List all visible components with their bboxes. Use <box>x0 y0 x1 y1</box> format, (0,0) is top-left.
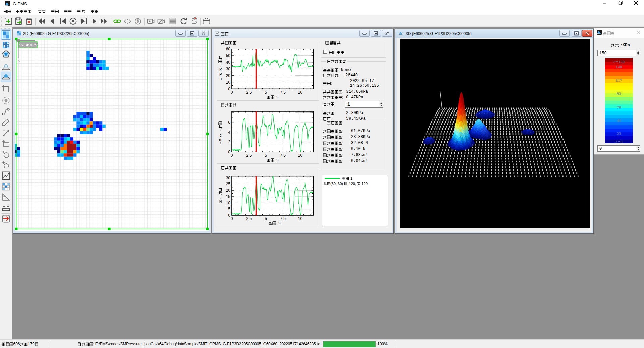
svg-text:5: 5 <box>3 45 5 49</box>
svg-text:0: 0 <box>137 20 139 23</box>
svg-text:2: 2 <box>3 41 5 45</box>
svg-text:X: X <box>35 42 39 47</box>
svg-text:Y: Y <box>18 58 21 63</box>
svg-text:4: 4 <box>7 41 9 45</box>
svg-text:3: 3 <box>7 45 9 49</box>
svg-text:59.45KPa: 59.45KPa <box>19 43 37 47</box>
